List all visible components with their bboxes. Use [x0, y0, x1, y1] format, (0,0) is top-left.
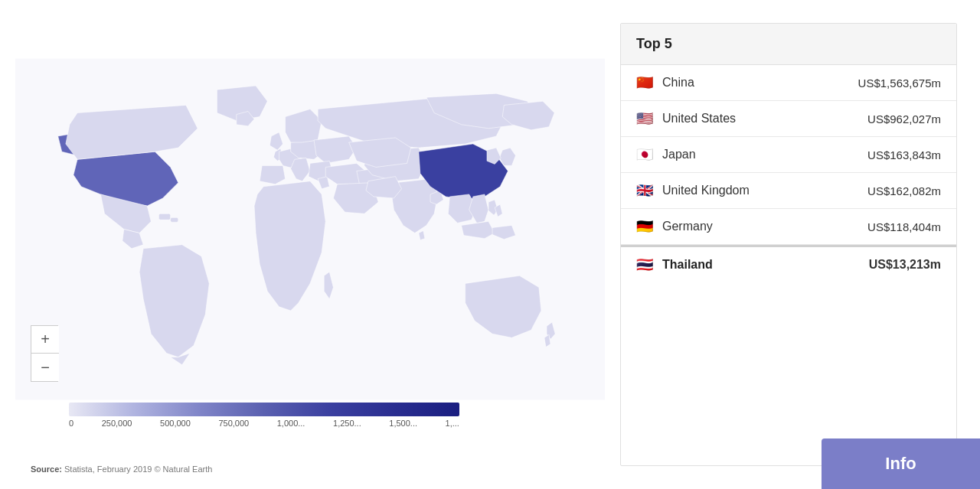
country-info-us: 🇺🇸 United States [636, 112, 736, 126]
legend-label-3: 750,000 [218, 419, 249, 428]
source-text: Source: Statista, February 2019 © Natura… [31, 465, 212, 474]
country-value-china: US$1,563,675m [858, 77, 941, 90]
source-prefix: Source: [31, 465, 62, 474]
flag-us: 🇺🇸 [636, 112, 655, 125]
ranking-row-china: 🇨🇳 China US$1,563,675m [621, 65, 956, 101]
legend-label-1: 250,000 [102, 419, 132, 428]
country-info-japan: 🇯🇵 Japan [636, 148, 696, 161]
flag-uk: 🇬🇧 [636, 184, 655, 197]
country-info-uk: 🇬🇧 United Kingdom [636, 184, 750, 197]
country-value-uk: US$162,082m [867, 184, 941, 197]
source-value: Statista, February 2019 © Natural Earth [64, 465, 212, 474]
legend-label-2: 500,000 [160, 419, 191, 428]
zoom-controls: + − [31, 325, 58, 382]
legend-gradient [69, 403, 459, 416]
ranking-row-japan: 🇯🇵 Japan US$163,843m [621, 137, 956, 173]
svg-rect-2 [171, 217, 178, 222]
legend-bar: 0 250,000 500,000 750,000 1,000... 1,250… [69, 403, 459, 428]
country-name-china: China [662, 76, 694, 90]
flag-japan: 🇯🇵 [636, 148, 655, 161]
country-name-japan: Japan [662, 148, 696, 161]
country-name-thailand: Thailand [662, 258, 713, 272]
svg-rect-1 [158, 214, 170, 220]
map-section: .land { fill: #d8d8ee; stroke: #fff; str… [0, 0, 620, 489]
country-name-germany: Germany [662, 220, 713, 233]
ranking-row-thailand: 🇹🇭 Thailand US$13,213m [621, 247, 956, 282]
rankings-table: 🇨🇳 China US$1,563,675m 🇺🇸 United States … [621, 65, 956, 465]
info-button-label: Info [885, 454, 916, 474]
country-info-thailand: 🇹🇭 Thailand [636, 258, 713, 272]
map-container: .land { fill: #d8d8ee; stroke: #fff; str… [15, 15, 605, 443]
legend-label-5: 1,250... [333, 419, 361, 428]
flag-china: 🇨🇳 [636, 77, 655, 89]
flag-thailand: 🇹🇭 [636, 259, 655, 271]
country-name-uk: United Kingdom [662, 184, 750, 197]
rankings-title: Top 5 [636, 36, 672, 51]
country-value-japan: US$163,843m [867, 148, 941, 161]
ranking-row-us: 🇺🇸 United States US$962,027m [621, 101, 956, 137]
country-value-germany: US$118,404m [867, 220, 941, 233]
legend-label-4: 1,000... [277, 419, 305, 428]
ranking-row-uk: 🇬🇧 United Kingdom US$162,082m [621, 173, 956, 209]
flag-germany: 🇩🇪 [636, 220, 655, 233]
country-info-germany: 🇩🇪 Germany [636, 220, 713, 233]
main-container: .land { fill: #d8d8ee; stroke: #fff; str… [0, 0, 980, 489]
country-value-us: US$962,027m [867, 112, 941, 126]
country-name-us: United States [662, 112, 736, 126]
world-map: .land { fill: #d8d8ee; stroke: #fff; str… [15, 15, 605, 443]
zoom-in-button[interactable]: + [31, 326, 59, 354]
zoom-out-button[interactable]: − [31, 354, 59, 381]
legend-labels: 0 250,000 500,000 750,000 1,000... 1,250… [69, 419, 459, 428]
ranking-row-germany: 🇩🇪 Germany US$118,404m [621, 209, 956, 245]
country-value-thailand: US$13,213m [869, 258, 941, 272]
legend-label-6: 1,500... [389, 419, 417, 428]
legend-label-7: 1,... [446, 419, 459, 428]
rankings-header: Top 5 [621, 24, 956, 65]
info-button[interactable]: Info [822, 438, 980, 489]
country-info-china: 🇨🇳 China [636, 76, 694, 90]
legend-label-0: 0 [69, 419, 74, 428]
rankings-section: Top 5 🇨🇳 China US$1,563,675m 🇺🇸 United S… [620, 23, 957, 466]
